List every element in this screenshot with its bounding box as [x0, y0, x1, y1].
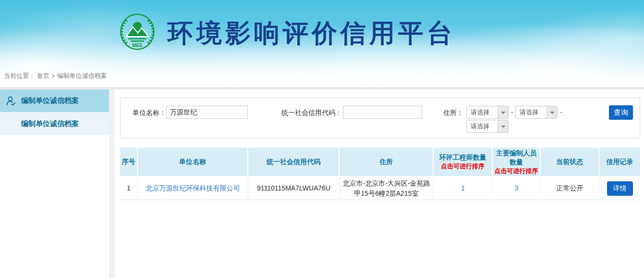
breadcrumb-home-link[interactable]: 首页 — [37, 72, 49, 79]
credit-code-label: 统一社会信用代码： — [281, 106, 342, 119]
cell-address: 北京市-北京市-大兴区-金苑路甲15号6幢2层A215室 — [340, 177, 434, 200]
breadcrumb-prefix: 当前位置： — [4, 72, 35, 79]
breadcrumb: 当前位置：首页>编制单位诚信档案 — [4, 72, 109, 80]
col-header-address: 住所 — [340, 148, 434, 177]
cell-credit-code: 91110115MA7LWUA76U — [248, 177, 340, 200]
table-row: 1 北京万源世纪环保科技有限公司 91110115MA7LWUA76U 北京市-… — [120, 177, 640, 200]
select-value: 请选择 — [467, 106, 498, 118]
user-check-icon — [5, 95, 17, 107]
site-title: 环境影响评价信用平台 — [168, 16, 456, 51]
search-panel: 单位名称： 统一社会信用代码： 住所： 请选择 - 请选择 - 请选择 查询 — [120, 98, 640, 139]
col-header-index: 序号 — [120, 148, 138, 177]
col-header-credit-code: 统一社会信用代码 — [248, 148, 340, 177]
col-header-label: 主要编制人员数量 — [496, 149, 536, 166]
query-button[interactable]: 查询 — [609, 105, 633, 120]
unit-name-label: 单位名称： — [133, 106, 166, 119]
sidebar-item-credit-archive-group[interactable]: 编制单位诚信档案 — [0, 89, 109, 112]
chevron-down-icon — [498, 106, 508, 118]
results-table: 序号 单位名称 统一社会信用代码 住所 环评工程师数量 点击可进行排序 主要编制… — [120, 148, 640, 200]
sidebar-item-label: 编制单位诚信档案 — [21, 96, 79, 105]
address-label: 住所： — [441, 106, 463, 119]
col-header-unit-name: 单位名称 — [138, 148, 248, 177]
unit-name-input[interactable] — [166, 106, 248, 119]
engineer-count-link[interactable]: 1 — [461, 184, 465, 192]
sidebar-divider — [109, 89, 114, 278]
sort-hint: 点击可进行排序 — [494, 167, 539, 176]
unit-name-link[interactable]: 北京万源世纪环保科技有限公司 — [146, 184, 240, 192]
col-header-engineer-count-sort[interactable]: 环评工程师数量 点击可进行排序 — [434, 148, 493, 177]
mee-logo-icon: MEE — [120, 13, 155, 51]
col-header-status: 当前状态 — [541, 148, 599, 177]
sidebar-item-credit-archive[interactable]: 编制单位诚信档案 — [0, 112, 109, 135]
breadcrumb-current: 编制单位诚信档案 — [57, 72, 107, 79]
address-province-select[interactable]: 请选择 — [466, 106, 509, 119]
breadcrumb-separator: > — [51, 72, 55, 79]
select-separator: - — [511, 106, 513, 119]
select-value: 请选择 — [516, 106, 547, 118]
detail-button[interactable]: 详情 — [607, 181, 633, 196]
chevron-down-icon — [498, 120, 508, 132]
sort-hint: 点击可进行排序 — [435, 162, 491, 171]
col-header-label: 环评工程师数量 — [439, 153, 486, 161]
svg-text:MEE: MEE — [132, 43, 143, 48]
staff-count-link[interactable]: 3 — [515, 184, 519, 192]
col-header-credit-record: 信用记录 — [599, 148, 640, 177]
cell-status: 正常公开 — [541, 177, 599, 200]
address-district-select[interactable]: 请选择 — [466, 120, 509, 133]
chevron-down-icon — [547, 106, 557, 118]
sidebar-item-label: 编制单位诚信档案 — [21, 119, 79, 128]
table-header-row: 序号 单位名称 统一社会信用代码 住所 环评工程师数量 点击可进行排序 主要编制… — [120, 148, 640, 177]
select-value: 请选择 — [467, 120, 498, 132]
credit-code-input[interactable] — [343, 106, 422, 119]
col-header-staff-count-sort[interactable]: 主要编制人员数量 点击可进行排序 — [493, 148, 541, 177]
cell-index: 1 — [120, 177, 138, 200]
address-city-select[interactable]: 请选择 — [515, 106, 558, 119]
select-separator: - — [560, 106, 562, 119]
